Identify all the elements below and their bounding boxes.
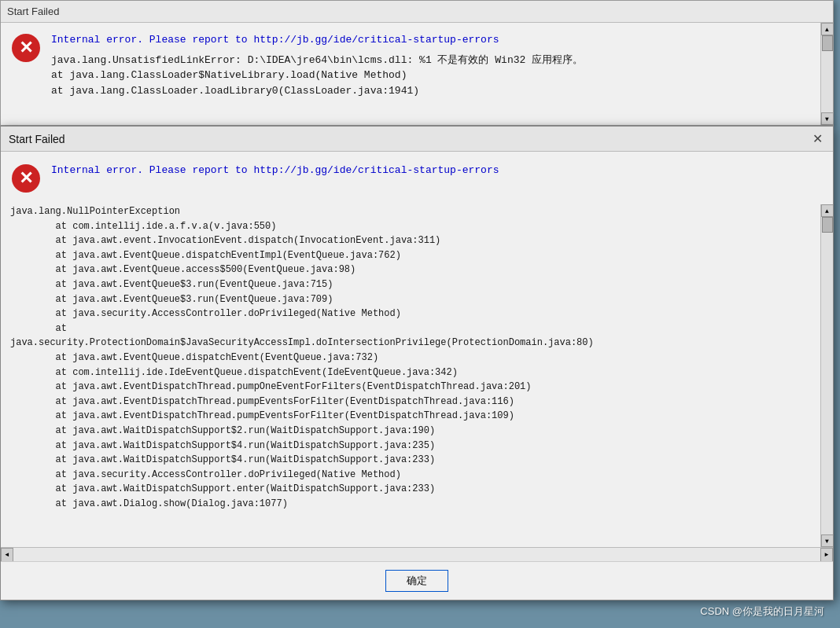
scroll-right-btn[interactable]: ► [820,548,833,562]
svg-text:✕: ✕ [19,168,33,188]
main-dialog-title: Start Failed [9,133,65,145]
bg-scrollbar[interactable]: ▲ ▼ [820,23,833,125]
ok-button[interactable]: 确定 [385,570,448,592]
main-scroll-thumb[interactable] [822,217,833,233]
bg-error-line2: java.lang.UnsatisfiedLinkError: D:\IDEA\… [51,53,583,68]
bg-error-line4: at java.lang.ClassLoader.loadLibrary0(Cl… [51,83,583,99]
main-scrollbar-bottom[interactable]: ◄ ► [1,547,833,561]
stack-content[interactable]: java.lang.NullPointerException at com.in… [1,204,820,547]
stack-trace-text: java.lang.NullPointerException at com.in… [10,204,811,511]
main-scroll-track [822,217,833,534]
bg-scroll-track [822,35,833,112]
error-icon: ✕ [10,163,42,194]
bg-error-line3: at java.lang.ClassLoader$NativeLibrary.l… [51,68,583,83]
error-report-link[interactable]: Internal error. Please report to http://… [51,164,499,176]
error-header-text: Internal error. Please report to http://… [51,163,499,178]
scroll-left-btn[interactable]: ◄ [1,548,13,562]
main-title-bar: Start Failed ✕ [1,127,833,152]
bg-scroll-up[interactable]: ▲ [821,23,834,35]
bg-scroll-down[interactable]: ▼ [821,112,834,125]
bg-scroll-thumb[interactable] [822,35,833,51]
stack-wrapper: java.lang.NullPointerException at com.in… [1,204,833,547]
svg-text:✕: ✕ [19,38,33,57]
dialog-footer: 确定 [1,561,833,600]
bg-error-link: Internal error. Please report to http://… [51,32,583,48]
main-dialog-body: ✕ Internal error. Please report to http:… [1,152,833,600]
watermark: CSDN @你是我的日月星河 [700,604,824,619]
main-dialog: Start Failed ✕ ✕ Internal error. Please … [0,126,834,600]
close-button[interactable]: ✕ [809,131,825,147]
bg-error-text: Internal error. Please report to http://… [51,32,583,98]
bg-dialog-title: Start Failed [7,6,59,17]
error-header: ✕ Internal error. Please report to http:… [1,152,833,204]
background-dialog: Start Failed ✕ Internal error. Please re… [0,0,834,126]
bg-content-area: ✕ Internal error. Please report to http:… [1,23,820,125]
error-icon-container: ✕ [10,163,42,198]
bg-title-bar: Start Failed [1,1,833,23]
stack-trace-container: java.lang.NullPointerException at com.in… [1,204,833,561]
main-scroll-up[interactable]: ▲ [821,204,834,217]
bg-error-icon: ✕ [10,32,42,64]
main-scrollbar-right[interactable]: ▲ ▼ [820,204,833,547]
main-scroll-down[interactable]: ▼ [821,534,834,547]
scroll-bottom-track [13,548,820,562]
